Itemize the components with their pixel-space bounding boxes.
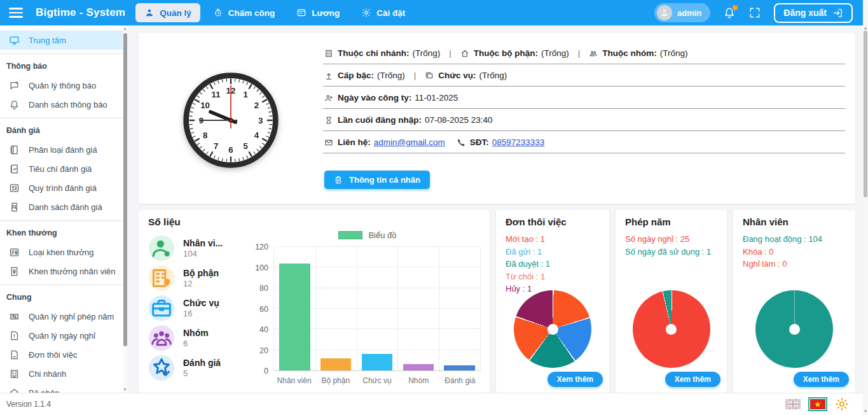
sidebar-item-danh-sach-thong-bao[interactable]: Danh sách thông báo xyxy=(0,95,123,114)
pie-hole xyxy=(666,324,677,335)
sidebar-item-phan-loai-danh-gia[interactable]: Phân loại đánh giá xyxy=(0,140,123,159)
sidebar-item-trung-tam[interactable]: Trung tâm xyxy=(0,31,123,50)
tab-label: Lương xyxy=(312,8,340,18)
tab-luong[interactable]: Lương xyxy=(287,3,348,22)
sidebar-item-bo-phan[interactable]: Bộ phận xyxy=(0,383,123,393)
panel-stat-line: Đang hoạt động : 104 xyxy=(743,233,850,246)
sidebar-item-quan-ly-nghi-phep-nam[interactable]: Quản lý nghỉ phép năm xyxy=(0,307,123,326)
sidebar-item-danh-sach-danh-gia[interactable]: Danh sách đánh giá xyxy=(0,197,123,216)
panel-title: Phép năm xyxy=(625,216,671,227)
y-tick: 40 xyxy=(259,325,268,334)
tab-label: Cài đặt xyxy=(376,8,405,18)
sidebar-scrollbar[interactable]: ▲ ▼ xyxy=(123,25,127,393)
page-scrollbar[interactable]: ▲ ▼ xyxy=(863,0,868,415)
logout-button[interactable]: Đăng xuất xyxy=(774,3,853,23)
see-more-button-nhan-vien[interactable]: Xem thêm xyxy=(794,372,849,387)
info-label: Liên hệ: xyxy=(338,137,371,147)
theme-brightness-icon[interactable] xyxy=(835,397,849,411)
sidebar-item-don-thoi-viec[interactable]: Đơn thôi việc xyxy=(0,345,123,364)
monitor-icon xyxy=(9,35,20,46)
person-dot-icon xyxy=(149,236,174,261)
stat-item: Nhóm6 xyxy=(149,323,249,353)
profile-info-row: Cấp bậc:(Trống)|Chức vụ:(Trống) xyxy=(323,64,845,87)
page-scrollbar-thumb[interactable] xyxy=(864,31,867,197)
chart-legend[interactable]: Biểu đồ xyxy=(252,230,483,240)
tab-cai-dat[interactable]: Cài đặt xyxy=(352,3,414,22)
panel-stat-line: Từ chối : 1 xyxy=(506,271,604,283)
stat-value: 6 xyxy=(183,339,209,348)
scroll-up-icon[interactable]: ▲ xyxy=(123,27,127,31)
badge-icon xyxy=(425,71,434,80)
info-label: Lần cuối đăng nhập: xyxy=(338,115,422,125)
watch-icon xyxy=(213,8,223,18)
sidebar-item-tieu-chi-danh-gia[interactable]: Tiêu chí đánh giá xyxy=(0,159,123,178)
info-value: 07-08-2025 23:40 xyxy=(425,115,493,125)
profile-info-row: Ngày vào công ty:11-01-2025 xyxy=(323,87,845,109)
page-scroll-up-icon[interactable]: ▲ xyxy=(863,26,868,30)
sidebar-item-quan-ly-thong-bao[interactable]: Quản lý thông báo xyxy=(0,76,123,95)
briefcase-icon xyxy=(149,295,174,321)
sidebar-item-quy-trinh-danh-gia[interactable]: Quy trình đánh giá xyxy=(0,178,123,197)
tab-quan-ly[interactable]: Quản lý xyxy=(135,3,200,22)
info-segment: Liên hệ:admin@gmail.com xyxy=(324,137,445,147)
fullscreen-icon[interactable] xyxy=(748,6,761,19)
sidebar-scrollbar-thumb[interactable] xyxy=(123,33,127,346)
y-tick: 100 xyxy=(255,264,268,272)
group3-icon xyxy=(149,325,174,351)
logout-label: Đăng xuất xyxy=(783,8,827,18)
page-scroll-down-icon[interactable]: ▼ xyxy=(863,409,868,413)
sidebar-item-chi-nhanh[interactable]: Chi nhánh xyxy=(0,364,123,383)
panel-nhan-vien: Nhân viênĐang hoạt động : 104Khóa : 0Ngh… xyxy=(733,210,855,393)
bank-icon xyxy=(9,388,20,393)
username: admin xyxy=(677,8,701,18)
user-chip[interactable]: admin xyxy=(654,3,710,22)
contact-link[interactable]: admin@gmail.com xyxy=(374,137,445,147)
info-label: Thuộc nhóm: xyxy=(602,48,656,58)
panel-lines: Mới tạo : 1Đã gửi : 1Đã duyệt : 1Từ chối… xyxy=(506,233,604,295)
sidebar-item-khen-thuong-nhan-vien[interactable]: Khen thưởng nhân viên xyxy=(0,262,123,281)
app-title: Bigtime - System xyxy=(36,6,125,19)
mail-icon xyxy=(324,138,333,147)
stat-value: 5 xyxy=(183,369,221,378)
gear-icon xyxy=(361,8,371,18)
language-vietnamese-flag-icon[interactable] xyxy=(808,397,827,411)
panel-stat-line: Nghỉ làm : 0 xyxy=(743,258,850,271)
y-tick: 0 xyxy=(264,367,268,376)
notification-dot xyxy=(733,5,738,10)
contact-link[interactable]: 08597233333 xyxy=(492,137,545,147)
panel-stat-line: Đã gửi : 1 xyxy=(506,246,604,258)
x-tick: Nhóm xyxy=(398,376,439,385)
y-tick: 20 xyxy=(259,346,268,355)
svg-text:3: 3 xyxy=(258,116,263,125)
sidebar-item-quan-ly-ngay-nghi[interactable]: Quản lý ngày nghỉ xyxy=(0,326,123,345)
stat-label: Bộ phận xyxy=(183,268,219,279)
personal-info-button[interactable]: Thông tin cá nhân xyxy=(324,171,430,189)
notifications-bell-icon[interactable] xyxy=(723,6,736,19)
language-english-flag-icon[interactable] xyxy=(785,399,801,409)
hourglass-icon xyxy=(324,116,333,125)
plot-area xyxy=(273,247,481,371)
see-more-button-don-thoi-viec[interactable]: Xem thêm xyxy=(548,372,603,387)
bar-0 xyxy=(279,264,310,370)
scroll-down-icon[interactable]: ▼ xyxy=(123,388,127,391)
info-segment: Ngày vào công ty:11-01-2025 xyxy=(324,93,458,102)
bar-3 xyxy=(403,364,434,370)
menu-icon[interactable] xyxy=(8,6,24,19)
tab-cham-cong[interactable]: Chấm công xyxy=(204,3,284,22)
person-icon xyxy=(144,8,155,18)
pie-hole xyxy=(789,324,800,335)
sidebar-item-label: Quy trình đánh giá xyxy=(29,183,97,193)
top-navbar: Bigtime - System Quản lýChấm côngLươngCà… xyxy=(0,0,863,25)
sidebar-item-loai-khen-thuong[interactable]: Loại khen thưởng xyxy=(0,243,123,262)
pie-chart-don-thoi-viec xyxy=(514,290,591,368)
info-segment: Thuộc nhóm:(Trống) xyxy=(589,48,687,58)
sidebar: Trung tâmThông báoQuản lý thông báoDanh … xyxy=(0,25,127,393)
book-check-icon xyxy=(9,164,20,174)
panel-stat-line: Khóa : 0 xyxy=(743,246,850,258)
profile-info-row: Lần cuối đăng nhập:07-08-2025 23:40 xyxy=(323,109,845,131)
info-value: (Trống) xyxy=(541,48,569,58)
panel-don-thoi-viec: Đơn thôi việcMới tạo : 1Đã gửi : 1Đã duy… xyxy=(496,210,609,393)
see-more-button-phep-nam[interactable]: Xem thêm xyxy=(665,372,720,387)
svg-text:4: 4 xyxy=(254,130,259,140)
svg-text:1: 1 xyxy=(244,90,249,99)
